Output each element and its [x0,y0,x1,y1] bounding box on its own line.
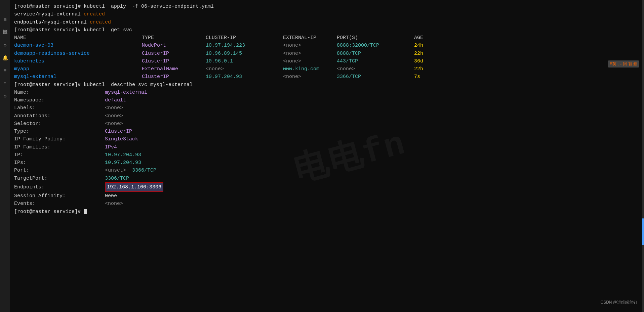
row3-name: kubernetes [14,57,142,65]
row1-cluster-ip: 10.97.194.223 [206,42,283,49]
row4-external-ip: www.king.com [283,65,337,73]
sidebar: — ⊞ 🖼 ⚙ 🔔 ≡ ○ ⊙ [0,0,10,312]
table-row-5: mysql-external ClusterIP 10.97.204.93 <n… [14,73,640,81]
name-label: Name: [14,89,105,96]
type-label: Type: [14,128,105,135]
col-name-header: NAME [14,34,142,42]
describe-ip-families: IP Families:IPv4 [14,143,640,151]
describe-labels: Labels:<none> [14,104,640,112]
targetport-label: TargetPort: [14,175,105,182]
row3-type: ClusterIP [142,57,206,65]
sidebar-icon-5[interactable]: 🔔 [2,54,8,61]
describe-targetport: TargetPort:3306/TCP [14,175,640,182]
selector-val: <none> [105,120,123,128]
created-text-1: created [84,10,105,18]
row5-ports: 3366/TCP [337,73,414,81]
row3-ports: 443/TCP [337,57,414,65]
annotations-val: <none> [105,112,123,120]
ip-label: IP: [14,151,105,159]
scrollbar-thumb[interactable] [642,218,644,245]
final-prompt-line: [root@master service]# [14,208,640,216]
table-header: NAME TYPE CLUSTER-IP EXTERNAL-IP PORT(S)… [14,34,640,42]
ips-val: 10.97.204.93 [105,159,141,167]
describe-session-affinity: Session Affinity:None [14,192,640,200]
prompt-2: [root@master service]# [14,26,84,34]
row4-cluster-ip: <none> [206,65,283,73]
row5-age: 7s [414,73,441,81]
annotations-label: Annotations: [14,112,105,120]
events-label: Events: [14,200,105,208]
describe-ip-family-policy: IP Family Policy:SingleStack [14,135,640,143]
ip-families-label: IP Families: [14,143,105,151]
sidebar-icon-8[interactable]: ⊙ [2,93,8,99]
ip-family-policy-label: IP Family Policy: [14,135,105,143]
selector-label: Selector: [14,120,105,128]
sidebar-icon-1[interactable]: — [2,3,8,10]
cmd-1: kubectl apply -f 06-service-endpoint.yam… [84,3,214,10]
namespace-label: Namespace: [14,96,105,104]
col-type-header: TYPE [142,34,206,42]
created-text-2: created [90,18,111,26]
table-row-4: myapp ExternalName <none> www.king.com <… [14,65,640,73]
describe-name: Name:mysql-external [14,89,640,96]
output-line-2: endpoints/mysql-external created [14,18,640,26]
row1-age: 24h [414,42,441,49]
command-line-1: [root@master service]# kubectl apply -f … [14,3,640,10]
describe-selector: Selector:<none> [14,120,640,128]
type-val: ClusterIP [105,128,132,135]
row4-name: myapp [14,65,142,73]
prompt-3: [root@master service]# [14,81,84,89]
events-val: <none> [105,200,123,208]
row3-cluster-ip: 10.96.0.1 [206,57,283,65]
sidebar-icon-6[interactable]: ≡ [2,67,8,74]
port-val: <unset> 3366/TCP [105,167,156,174]
table-row-1: daemon-svc-03 NodePort 10.97.194.223 <no… [14,42,640,49]
ips-label: IPs: [14,159,105,167]
describe-ips: IPs:10.97.204.93 [14,159,640,167]
row2-type: ClusterIP [142,50,206,57]
endpoints-val: 192.168.1.100:3306 [105,182,163,192]
row2-cluster-ip: 10.96.89.145 [206,50,283,57]
row4-ports: <none> [337,65,414,73]
endpoints-label: Endpoints: [14,183,105,191]
row1-name: daemon-svc-03 [14,42,142,49]
describe-type: Type:ClusterIP [14,128,640,135]
session-affinity-val: None [105,192,117,200]
row3-external-ip: <none> [283,57,337,65]
sidebar-icon-2[interactable]: ⊞ [2,16,8,23]
port-label: Port: [14,167,105,174]
table-row-2: demoapp-readiness-service ClusterIP 10.9… [14,50,640,57]
row2-name: demoapp-readiness-service [14,50,142,57]
cursor [84,209,87,214]
row5-cluster-ip: 10.97.204.93 [206,73,283,81]
labels-val: <none> [105,104,123,112]
describe-namespace: Namespace:default [14,96,640,104]
namespace-val: default [105,96,126,104]
describe-endpoints: Endpoints:192.168.1.100:3306 [14,182,640,192]
row5-type: ClusterIP [142,73,206,81]
row2-ports: 8888/TCP [337,50,414,57]
output-line-1: service/mysql-external created [14,10,640,18]
cmd-3: kubectl describe svc mysql-external [84,81,193,89]
sidebar-icon-7[interactable]: ○ [2,80,8,87]
row1-ports: 8888:32000/TCP [337,42,414,49]
output-prefix-2: endpoints/mysql-external [14,18,90,26]
sidebar-icon-3[interactable]: 🖼 [2,29,8,36]
describe-events: Events:<none> [14,200,640,208]
ip-families-val: IPv4 [105,143,117,151]
scrollbar[interactable] [642,0,644,312]
col-cluster-ip-header: CLUSTER-IP [206,34,283,42]
row5-name: mysql-external [14,73,142,81]
col-external-ip-header: EXTERNAL-IP [283,34,337,42]
command-line-2: [root@master service]# kubectl get svc [14,26,640,34]
row2-external-ip: <none> [283,50,337,57]
ip-family-policy-val: SingleStack [105,135,138,143]
describe-ip: IP:10.97.204.93 [14,151,640,159]
ime-toolbar[interactable]: S英 , ↓ 回 智 蠢 [608,60,639,68]
name-val: mysql-external [105,89,147,96]
sidebar-icon-4[interactable]: ⚙ [2,42,8,48]
row1-external-ip: <none> [283,42,337,49]
col-age-header: AGE [414,34,441,42]
row2-age: 22h [414,50,441,57]
final-prompt: [root@master service]# [14,208,84,216]
